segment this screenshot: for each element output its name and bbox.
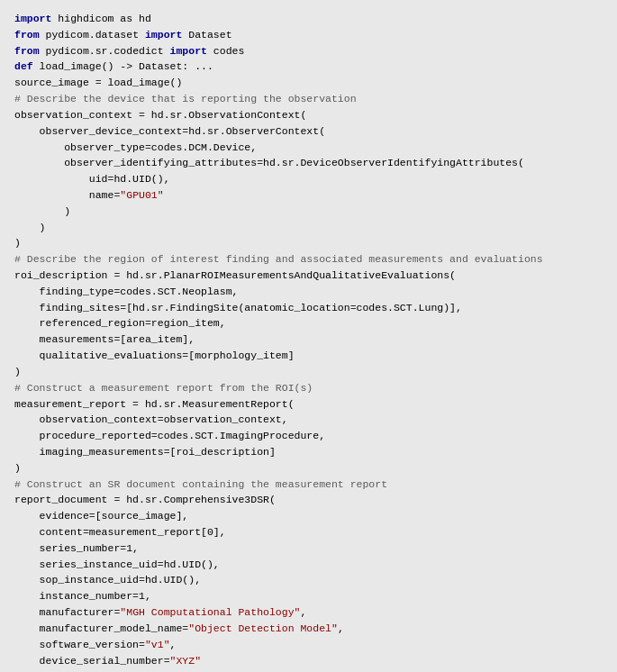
code-line: referenced_region=region_item,: [14, 315, 603, 331]
code-line: measurement_report = hd.sr.MeasurementRe…: [14, 396, 603, 413]
code-line: finding_type=codes.SCT.Neoplasm,: [14, 284, 603, 300]
code-block: import highdicom as hdfrom pydicom.datas…: [0, 0, 617, 672]
code-line: evidence=[source_image],: [14, 508, 603, 524]
code-line: finding_sites=[hd.sr.FindingSite(anatomi…: [14, 300, 603, 316]
code-line: qualitative_evaluations=[morphology_item…: [14, 348, 603, 364]
code-line: roi_description = hd.sr.PlanarROIMeasure…: [14, 268, 603, 284]
code-line: # Construct an SR document containing th…: [14, 477, 603, 493]
code-line: ): [14, 220, 603, 236]
code-line: imaging_measurements=[roi_description]: [14, 444, 603, 460]
code-line: manufacturer="MGH Computational Patholog…: [14, 604, 603, 621]
code-line: # Describe the region of interest findin…: [14, 251, 603, 268]
code-line: uid=hd.UID(),: [14, 171, 603, 187]
code-line: observer_type=codes.DCM.Device,: [14, 140, 603, 156]
code-line: # Construct a measurement report from th…: [14, 380, 603, 396]
code-line: # Describe the device that is reporting …: [14, 91, 603, 107]
code-line: series_number=1,: [14, 540, 603, 557]
code-line: device_serial_number="XYZ": [14, 653, 603, 669]
code-line: observer_identifying_attributes=hd.sr.De…: [14, 155, 603, 171]
code-line: report_document = hd.sr.Comprehensive3DS…: [14, 492, 603, 508]
code-line: observation_context = hd.sr.ObservationC…: [14, 107, 603, 123]
code-line: import highdicom as hd: [14, 11, 603, 27]
code-line: ): [14, 460, 603, 477]
code-line: manufacturer_model_name="Object Detectio…: [14, 621, 603, 637]
code-line: name="GPU01": [14, 187, 603, 204]
code-line: measurements=[area_item],: [14, 331, 603, 348]
code-line: ): [14, 204, 603, 220]
code-line: from pydicom.sr.codedict import codes: [14, 43, 603, 59]
code-line: ): [14, 668, 603, 672]
code-line: software_version="v1",: [14, 637, 603, 653]
code-line: from pydicom.dataset import Dataset: [14, 27, 603, 43]
code-line: series_instance_uid=hd.UID(),: [14, 557, 603, 573]
code-line: ): [14, 235, 603, 251]
code-line: procedure_reported=codes.SCT.ImagingProc…: [14, 428, 603, 444]
code-line: observation_context=observation_context,: [14, 412, 603, 428]
code-line: sop_instance_uid=hd.UID(),: [14, 572, 603, 588]
code-line: source_image = load_image(): [14, 75, 603, 91]
code-line: def load_image() -> Dataset: ...: [14, 59, 603, 75]
code-line: instance_number=1,: [14, 588, 603, 604]
code-line: ): [14, 364, 603, 380]
code-line: observer_device_context=hd.sr.ObserverCo…: [14, 123, 603, 140]
code-line: content=measurement_report[0],: [14, 524, 603, 540]
